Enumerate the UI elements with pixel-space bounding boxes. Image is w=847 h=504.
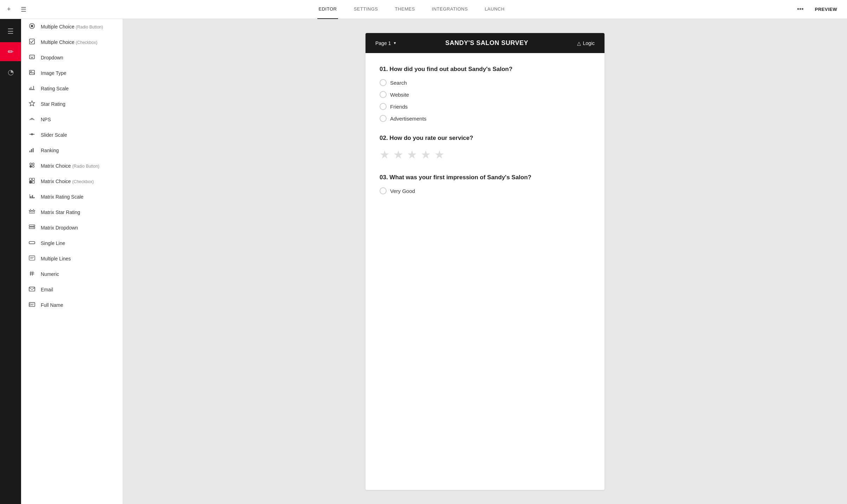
sidebar-item-9[interactable]: Matrix Choice (Radio Button): [21, 158, 123, 174]
svg-point-50: [30, 304, 31, 305]
sidebar-label: Matrix Choice: [41, 163, 71, 169]
svg-point-18: [30, 163, 32, 165]
sidebar-label: Star Rating: [41, 101, 65, 107]
sidebar-item-14[interactable]: Single Line: [21, 235, 123, 251]
option-label: Website: [390, 92, 409, 98]
svg-marker-31: [29, 209, 32, 213]
sidebar-item-1[interactable]: Multiple Choice (Checkbox): [21, 34, 123, 50]
sidebar-item-0[interactable]: Multiple Choice (Radio Button): [21, 19, 123, 34]
sidebar-icon-18: [28, 301, 36, 309]
option-row-0-1[interactable]: Website: [380, 91, 590, 98]
sidebar-icon-10: [28, 177, 36, 185]
sidebar-label: Rating Scale: [41, 86, 69, 91]
option-row-0-3[interactable]: Advertisements: [380, 115, 590, 122]
sidebar-icon-17: [28, 286, 36, 293]
icon-bar: ☰✏◔: [0, 19, 21, 504]
sidebar-item-18[interactable]: Full Name: [21, 297, 123, 313]
sidebar-item-4[interactable]: Rating Scale: [21, 81, 123, 96]
star-4[interactable]: ★: [434, 148, 445, 161]
sidebar-label: Numeric: [41, 271, 59, 277]
sidebar-item-10[interactable]: Matrix Choice (Checkbox): [21, 174, 123, 189]
sidebar-icon-12: [28, 208, 36, 216]
option-row-2-0[interactable]: Very Good: [380, 187, 590, 194]
nav-right: ••• PREVIEW: [796, 4, 841, 14]
question-block-2: 03. What was your first impression of Sa…: [380, 174, 590, 194]
sidebar-item-6[interactable]: NPS: [21, 112, 123, 127]
nav-tab-themes[interactable]: THEMES: [393, 0, 416, 19]
svg-rect-38: [29, 241, 35, 244]
sidebar-item-16[interactable]: Numeric: [21, 266, 123, 282]
sidebar-item-5[interactable]: Star Rating: [21, 96, 123, 112]
add-button[interactable]: +: [6, 4, 12, 14]
svg-rect-17: [33, 148, 34, 153]
question-block-0: 01. How did you find out about Sandy's S…: [380, 66, 590, 122]
sidebar-icon-16: [28, 270, 36, 278]
sidebar-label: Full Name: [41, 302, 63, 308]
page-label: Page 1: [375, 40, 391, 46]
sidebar: Multiple Choice (Radio Button)Multiple C…: [21, 19, 123, 504]
svg-rect-24: [30, 181, 32, 183]
survey-card: Page 1 ▼ SANDY'S SALON SURVEY △ Logic 01…: [366, 33, 604, 490]
question-block-1: 02. How do you rate our service?★★★★★: [380, 135, 590, 161]
svg-rect-47: [29, 303, 35, 307]
svg-rect-2: [30, 39, 34, 44]
option-row-0-0[interactable]: Search: [380, 79, 590, 86]
survey-body: 01. How did you find out about Sandy's S…: [366, 53, 604, 220]
page-indicator[interactable]: Page 1 ▼: [375, 40, 396, 46]
nav-tab-settings[interactable]: SETTINGS: [352, 0, 379, 19]
nav-tab-launch[interactable]: LAUNCH: [483, 0, 506, 19]
svg-rect-28: [31, 196, 32, 198]
sidebar-label: Multiple Choice: [41, 24, 75, 30]
sidebar-label: NPS: [41, 117, 51, 122]
more-button[interactable]: •••: [796, 4, 805, 14]
list-button[interactable]: ☰: [19, 4, 28, 15]
sidebar-sublabel: (Radio Button): [76, 25, 103, 30]
sidebar-label: Matrix Rating Scale: [41, 194, 83, 200]
radio-circle: [380, 103, 387, 110]
preview-button[interactable]: PREVIEW: [811, 5, 841, 14]
sidebar-item-3[interactable]: Image Type: [21, 65, 123, 81]
analytics-icon[interactable]: ◔: [0, 63, 21, 82]
svg-marker-11: [29, 101, 34, 106]
svg-rect-30: [34, 197, 35, 198]
sidebar-item-7[interactable]: Slider Scale: [21, 127, 123, 143]
svg-rect-4: [30, 70, 34, 75]
sidebar-icon-6: [28, 116, 36, 123]
sidebar-item-17[interactable]: Email: [21, 282, 123, 297]
sidebar-sublabel: (Radio Button): [72, 164, 99, 169]
sidebar-item-15[interactable]: Multiple Lines: [21, 251, 123, 266]
nav-tab-integrations[interactable]: INTEGRATIONS: [431, 0, 470, 19]
editor-icon[interactable]: ☰: [0, 22, 21, 41]
main-layout: ☰✏◔ Multiple Choice (Radio Button)Multip…: [0, 19, 847, 504]
sidebar-icon-3: [28, 69, 36, 77]
sidebar-item-8[interactable]: Ranking: [21, 143, 123, 158]
star-row-1[interactable]: ★★★★★: [380, 148, 590, 161]
sidebar-icon-4: [28, 85, 36, 92]
sidebar-item-11[interactable]: Matrix Rating Scale: [21, 189, 123, 205]
svg-rect-25: [32, 181, 34, 183]
survey-title: SANDY'S SALON SURVEY: [445, 39, 528, 47]
logic-button[interactable]: △ Logic: [577, 40, 595, 46]
radio-circle: [380, 115, 387, 122]
nav-tab-editor[interactable]: EDITOR: [317, 0, 338, 19]
svg-point-20: [30, 166, 32, 167]
option-label: Very Good: [390, 188, 415, 194]
star-2[interactable]: ★: [407, 148, 417, 161]
star-3[interactable]: ★: [421, 148, 431, 161]
svg-point-14: [31, 133, 33, 135]
top-nav: + ☰ EDITORSETTINGSTHEMESINTEGRATIONSLAUN…: [0, 0, 847, 19]
sidebar-item-13[interactable]: Matrix Dropdown: [21, 220, 123, 235]
sidebar-label: Matrix Choice: [41, 179, 71, 184]
edit-icon[interactable]: ✏: [0, 42, 21, 61]
sidebar-icon-13: [28, 224, 36, 232]
radio-circle: [380, 79, 387, 86]
sidebar-item-2[interactable]: Dropdown: [21, 50, 123, 65]
svg-line-43: [32, 271, 33, 276]
logic-icon: △: [577, 40, 581, 46]
star-1[interactable]: ★: [393, 148, 403, 161]
star-0[interactable]: ★: [380, 148, 390, 161]
sidebar-label: Single Line: [41, 240, 65, 246]
sidebar-item-12[interactable]: Matrix Star Rating: [21, 205, 123, 220]
content-area: Page 1 ▼ SANDY'S SALON SURVEY △ Logic 01…: [123, 19, 847, 504]
option-row-0-2[interactable]: Friends: [380, 103, 590, 110]
